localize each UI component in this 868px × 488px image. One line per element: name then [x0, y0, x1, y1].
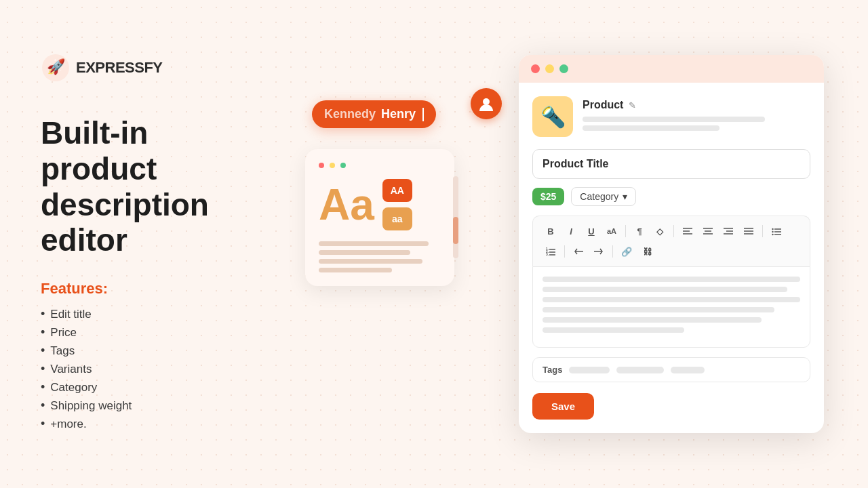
save-button[interactable]: Save	[532, 393, 594, 420]
svg-text:3.: 3.	[546, 252, 549, 256]
content-line	[542, 287, 787, 292]
meta-line	[583, 117, 765, 122]
text-line	[319, 259, 422, 264]
feature-item: Tags	[41, 344, 258, 358]
headline: Built-in product description editor	[41, 115, 258, 259]
category-label: Category	[580, 191, 618, 202]
user-name-first: Kennedy	[324, 107, 376, 121]
headline-line1: Built-in product	[41, 115, 157, 186]
product-title-input[interactable]	[532, 149, 810, 179]
text-line	[319, 268, 392, 272]
font-large-text: Aa	[319, 183, 374, 226]
window-dot-red	[319, 163, 324, 168]
user-tag: Kennedy Henry	[312, 100, 436, 128]
align-left-button[interactable]	[679, 223, 696, 239]
text-cursor	[422, 108, 424, 121]
text-line	[319, 250, 410, 255]
titlebar-dot-green	[559, 64, 568, 73]
features-label: Features:	[41, 280, 258, 298]
svg-text:🚀: 🚀	[47, 58, 66, 76]
feature-item: Shipping weight	[41, 399, 258, 413]
toolbar-separator	[625, 225, 626, 237]
unlink-button[interactable]: ⛓	[639, 243, 655, 260]
features-list: Edit title Price Tags Variants Category …	[41, 307, 258, 431]
toolbar-separator	[673, 225, 674, 237]
price-badge[interactable]: $25	[532, 188, 564, 205]
headline-line2: description	[41, 187, 209, 222]
titlebar-dot-red	[531, 64, 540, 73]
feature-item: Category	[41, 380, 258, 394]
align-justify-button[interactable]	[741, 223, 757, 239]
feature-item: Edit title	[41, 307, 258, 321]
toolbar-separator	[564, 245, 565, 258]
underline-button[interactable]: U	[583, 223, 599, 239]
middle-panel: Kennedy Henry Aa AA aa	[292, 0, 495, 488]
window-dot-yellow	[330, 163, 335, 168]
tags-row[interactable]: Tags	[532, 357, 810, 382]
svg-point-15	[772, 228, 773, 230]
content-line	[542, 277, 800, 282]
link-button[interactable]: 🔗	[618, 243, 635, 260]
user-avatar	[471, 88, 502, 119]
text-lines	[319, 241, 441, 272]
toolbar-separator	[612, 245, 613, 258]
feature-item: Variants	[41, 362, 258, 376]
category-dropdown[interactable]: Category ▾	[571, 187, 636, 206]
editor-window: 🔦 Product ✎ $25 C	[519, 55, 824, 433]
tag-pill	[616, 367, 664, 373]
tag-pill	[671, 367, 705, 373]
left-panel: 🚀 EXPRESSFY Built-in product description…	[0, 12, 292, 476]
editor-toolbar: B I U aA ¶ ◇	[532, 216, 810, 266]
logo-icon: 🚀	[41, 53, 71, 83]
align-center-button[interactable]	[700, 223, 716, 239]
scissors-button[interactable]: ◇	[652, 223, 668, 239]
product-meta: Product ✎	[583, 99, 810, 134]
font-display: Aa AA aa	[319, 179, 441, 230]
content-line	[542, 327, 684, 333]
product-header: 🔦 Product ✎	[532, 96, 810, 137]
window-dot-green	[340, 163, 346, 168]
window-body: 🔦 Product ✎ $25 C	[519, 83, 824, 433]
feature-item: Price	[41, 325, 258, 340]
paragraph-button[interactable]: ¶	[631, 223, 648, 239]
list-ul-button[interactable]	[768, 223, 785, 239]
list-ol-button[interactable]: 1.2.3.	[542, 243, 559, 260]
svg-point-2	[483, 98, 490, 105]
indent-button[interactable]	[591, 243, 607, 260]
case-button[interactable]: aA	[604, 223, 620, 239]
uppercase-badge: AA	[382, 179, 412, 202]
svg-point-17	[772, 231, 773, 232]
product-label: Product	[583, 99, 623, 111]
font-badges: AA aa	[382, 179, 412, 230]
meta-line	[583, 125, 719, 131]
product-label-row: Product ✎	[583, 99, 810, 111]
font-editor-card: Aa AA aa	[305, 149, 454, 286]
scroll-thumb[interactable]	[453, 217, 458, 244]
titlebar-dot-yellow	[545, 64, 554, 73]
headline-line3: editor	[41, 222, 127, 258]
window-titlebar	[519, 55, 824, 83]
editor-content-area[interactable]	[532, 266, 810, 348]
tags-label: Tags	[542, 365, 562, 375]
toolbar-separator	[762, 225, 763, 237]
price-category-row: $25 Category ▾	[532, 187, 810, 206]
bold-button[interactable]: B	[542, 223, 559, 239]
feature-item: +more.	[41, 417, 258, 431]
edit-icon[interactable]: ✎	[629, 100, 636, 110]
content-line	[542, 317, 762, 323]
italic-button[interactable]: I	[563, 223, 579, 239]
chevron-down-icon: ▾	[623, 191, 627, 202]
svg-point-19	[772, 234, 773, 235]
align-right-button[interactable]	[720, 223, 736, 239]
content-line	[542, 297, 800, 302]
outdent-button[interactable]	[570, 243, 587, 260]
logo-text: EXPRESSFY	[76, 59, 163, 77]
tag-pill	[569, 367, 610, 373]
product-thumbnail: 🔦	[532, 96, 573, 137]
text-line	[319, 241, 429, 246]
user-name-last: Henry	[381, 107, 416, 121]
content-line	[542, 307, 774, 312]
logo: 🚀 EXPRESSFY	[41, 53, 258, 83]
right-panel: 🔦 Product ✎ $25 C	[495, 35, 868, 453]
scroll-bar[interactable]	[453, 176, 458, 258]
